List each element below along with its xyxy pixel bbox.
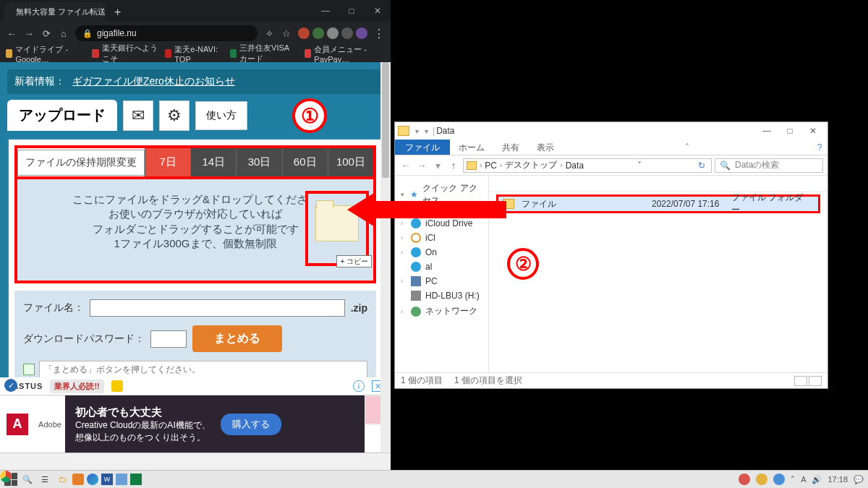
news-link[interactable]: ギガファイル便Zero休止のお知らせ xyxy=(72,75,235,87)
tray-chevron-icon[interactable]: ˄ xyxy=(791,475,795,484)
ribbon-tab-home[interactable]: ホーム xyxy=(450,140,493,155)
extensions xyxy=(298,27,367,39)
share-icon[interactable]: ✧ xyxy=(263,27,275,39)
retention-option-7[interactable]: 7日 xyxy=(145,148,190,176)
hint-input[interactable] xyxy=(39,361,367,378)
nav-quick-access[interactable]: ▾★クイック アクセス xyxy=(398,180,485,209)
nav-pc[interactable]: ›PC xyxy=(398,274,485,288)
address-bar[interactable]: 🔒 gigafile.nu xyxy=(75,25,258,41)
back-icon[interactable]: ← xyxy=(6,27,17,39)
ribbon-file-tab[interactable]: ファイル xyxy=(395,140,450,155)
bookmark[interactable]: 三井住友VISAカード xyxy=(230,43,297,64)
word-icon[interactable]: W xyxy=(101,474,113,485)
column-headers[interactable] xyxy=(489,176,827,192)
ime-icon[interactable]: A xyxy=(801,475,806,484)
dropzone[interactable]: ここにファイルをドラッグ&ドロップしてください お使いのブラウザが対応していれば… xyxy=(17,179,373,281)
minimize-icon[interactable]: — xyxy=(755,122,778,140)
ribbon-tab-view[interactable]: 表示 xyxy=(528,140,563,155)
profile-icon[interactable] xyxy=(356,27,367,39)
breadcrumb-item[interactable]: PC xyxy=(485,160,497,171)
nav-hd[interactable]: HD-LBU3 (H:) xyxy=(398,288,485,303)
news-label: 新着情報： xyxy=(14,75,65,87)
chrome-icon[interactable] xyxy=(0,471,12,482)
ribbon-tab-share[interactable]: 共有 xyxy=(493,140,528,155)
extension-puzzle-icon[interactable] xyxy=(327,27,339,39)
forward-icon[interactable]: → xyxy=(415,160,428,171)
filename-input[interactable] xyxy=(90,299,345,317)
browser-tab[interactable]: 無料大容量 ファイル転送サービス G… ✕ xyxy=(4,2,106,22)
settings-button[interactable]: ⚙ xyxy=(159,100,190,131)
howto-button[interactable]: 使い方 xyxy=(195,101,247,130)
excel-icon[interactable] xyxy=(130,474,142,485)
clock[interactable]: 17:18 xyxy=(827,475,848,484)
volume-icon[interactable]: 🔊 xyxy=(812,475,822,484)
breadcrumb[interactable]: › PC › デスクトップ › Data ˅ ↻ xyxy=(463,158,712,173)
nav-icloud[interactable]: ›iCl xyxy=(398,231,485,245)
nav-onedrive-personal[interactable]: al xyxy=(398,260,485,274)
cloud-icon xyxy=(411,262,421,272)
bookmark[interactable]: 会員メニュー - PayPay… xyxy=(305,44,385,64)
bundle-button[interactable]: まとめる xyxy=(192,325,282,352)
refresh-icon[interactable]: ↻ xyxy=(695,160,708,171)
explorer-icon[interactable]: 🗀 xyxy=(55,472,69,487)
qa-dropdown-icon[interactable]: ▾ xyxy=(412,127,422,135)
ad-info-icon[interactable]: i xyxy=(353,380,365,392)
tray-icon[interactable] xyxy=(773,474,785,485)
star-icon[interactable]: ☆ xyxy=(281,27,292,39)
tray-icon[interactable] xyxy=(739,474,750,485)
mail-button[interactable]: ✉ xyxy=(123,100,153,131)
bookmark[interactable]: 楽天銀行へようこそ xyxy=(92,43,158,64)
menu-icon[interactable]: ⋮ xyxy=(373,27,385,39)
minimize-icon[interactable]: — xyxy=(312,0,339,22)
notifications-icon[interactable]: 💬 xyxy=(854,475,864,484)
extension-icon[interactable] xyxy=(341,27,353,39)
extension-icon[interactable] xyxy=(312,27,324,39)
tray-icon[interactable] xyxy=(756,474,767,485)
close-icon[interactable]: ✕ xyxy=(801,122,825,140)
upload-tab[interactable]: アップロード xyxy=(7,100,117,131)
scrollbar-thumb[interactable] xyxy=(382,62,389,178)
maximize-icon[interactable]: □ xyxy=(339,0,365,22)
scrollbar-track[interactable] xyxy=(380,62,391,453)
ad-cta-button[interactable]: 購入する xyxy=(221,414,281,435)
forward-icon[interactable]: → xyxy=(23,27,35,39)
edge-icon[interactable] xyxy=(87,474,98,485)
app-icon[interactable] xyxy=(116,474,127,485)
col-name[interactable] xyxy=(496,177,505,189)
privacy-badge-icon[interactable]: ✓ xyxy=(4,379,17,392)
reload-icon[interactable]: ⟳ xyxy=(41,27,52,39)
new-tab-button[interactable]: + xyxy=(110,6,125,22)
breadcrumb-item[interactable]: デスクトップ xyxy=(505,159,557,171)
explorer-body: ▾★クイック アクセス ›iCloud Drive ›iCl ›On al ›P… xyxy=(395,176,827,372)
home-icon[interactable]: ⌂ xyxy=(58,27,69,39)
search-icon[interactable]: 🔍 xyxy=(20,472,35,487)
password-input[interactable] xyxy=(150,330,187,348)
maximize-icon[interactable]: □ xyxy=(778,122,801,140)
bookmark[interactable]: マイドライブ - Google… xyxy=(6,44,85,64)
ad-banner[interactable]: A Adobe 初心者でも大丈夫 Creative Cloudの最新のAI機能で… xyxy=(0,395,391,453)
retention-option-100[interactable]: 100日 xyxy=(328,148,373,176)
file-row-selected[interactable]: ファイル 2022/07/07 17:16 ファイル フォルダー xyxy=(496,194,820,213)
extension-icon[interactable] xyxy=(298,27,310,39)
back-icon[interactable]: ← xyxy=(399,160,412,171)
dropdown-icon[interactable]: ˅ xyxy=(634,160,644,171)
close-icon[interactable]: ✕ xyxy=(365,0,391,22)
recent-dropdown-icon[interactable]: ▾ xyxy=(431,160,444,171)
retention-option-14[interactable]: 14日 xyxy=(190,148,236,176)
task-view-icon[interactable]: ☰ xyxy=(38,472,52,487)
nav-icloud-drive[interactable]: ›iCloud Drive xyxy=(398,216,485,231)
ribbon-collapse-icon[interactable]: ˄ xyxy=(679,140,695,155)
nav-onedrive[interactable]: ›On xyxy=(398,245,485,260)
bookmark[interactable]: 楽天e-NAVI: TOP xyxy=(165,44,223,64)
retention-option-60[interactable]: 60日 xyxy=(282,148,328,176)
details-view-icon[interactable] xyxy=(794,376,807,386)
search-box[interactable]: 🔍 Dataの検索 xyxy=(715,158,823,173)
vlc-icon[interactable] xyxy=(72,474,84,485)
qa-dropdown-icon[interactable]: ▾ xyxy=(422,127,431,135)
icons-view-icon[interactable] xyxy=(809,376,822,386)
retention-option-30[interactable]: 30日 xyxy=(236,148,281,176)
up-icon[interactable]: ↑ xyxy=(447,160,460,171)
breadcrumb-item[interactable]: Data xyxy=(566,160,584,171)
nav-network[interactable]: ›ネットワーク xyxy=(398,303,485,320)
ribbon-help-icon[interactable]: ? xyxy=(812,140,827,155)
